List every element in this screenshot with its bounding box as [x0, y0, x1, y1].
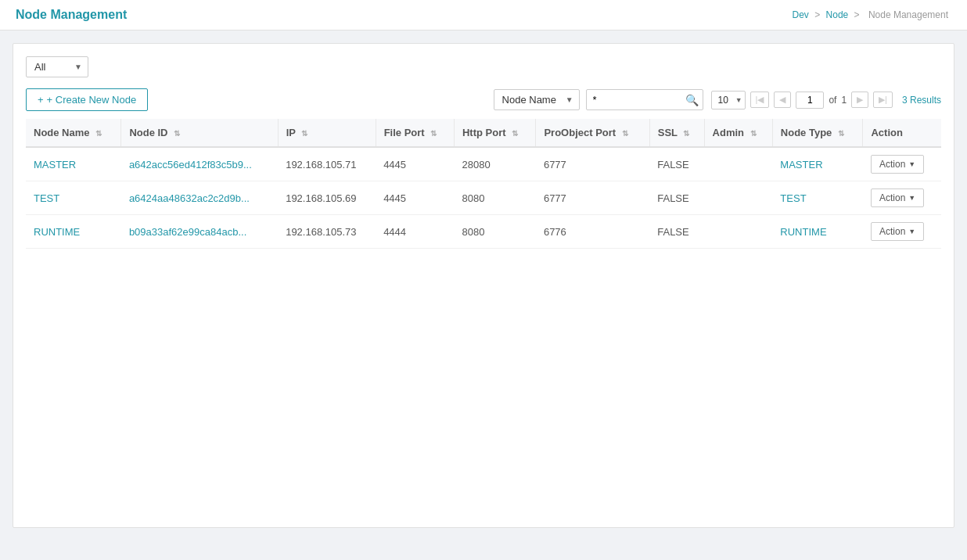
- last-page-button[interactable]: ▶|: [873, 92, 893, 108]
- action-arrow-icon: ▼: [908, 160, 915, 168]
- content-area: All ▼ + + Create New Node Node Name ▼: [13, 43, 954, 528]
- node-id-link[interactable]: b09a33af62e99ca84acb...: [129, 226, 246, 238]
- plus-icon: +: [38, 94, 44, 106]
- node-name-link[interactable]: TEST: [34, 192, 59, 204]
- top-bar: Node Management Dev > Node > Node Manage…: [0, 0, 967, 31]
- search-area: Node Name ▼ 🔍: [494, 89, 703, 110]
- action-button[interactable]: Action ▼: [871, 222, 924, 241]
- col-action: Action: [863, 119, 941, 147]
- action-arrow-icon: ▼: [908, 228, 915, 235]
- node-id-link[interactable]: a6424aa48632ac2c2d9b...: [129, 192, 250, 204]
- col-node-type[interactable]: Node Type ⇅: [772, 119, 863, 147]
- node-id-link[interactable]: a642acc56ed412f83c5b9...: [129, 159, 252, 171]
- sort-icon-http-port: ⇅: [512, 129, 518, 138]
- col-http-port[interactable]: Http Port ⇅: [454, 119, 535, 147]
- cell-fileport: 4445: [376, 181, 454, 215]
- sort-icon-admin: ⇅: [750, 129, 757, 138]
- table-header: Node Name ⇅ Node ID ⇅ IP ⇅ File Port ⇅ H…: [26, 119, 941, 147]
- total-pages: 1: [841, 95, 847, 106]
- node-name-link[interactable]: MASTER: [34, 159, 76, 171]
- cell-fileport: 4444: [376, 215, 454, 249]
- col-admin[interactable]: Admin ⇅: [704, 119, 772, 147]
- create-node-button[interactable]: + + Create New Node: [26, 88, 148, 111]
- cell-ip: 192.168.105.69: [278, 181, 376, 215]
- next-page-button[interactable]: ▶: [851, 92, 868, 108]
- per-page-select[interactable]: 10 25 50: [711, 91, 746, 109]
- prev-page-button[interactable]: ◀: [774, 92, 791, 108]
- sort-icon-node-id: ⇅: [174, 129, 180, 138]
- table-row: MASTERa642acc56ed412f83c5b9...192.168.10…: [26, 147, 941, 181]
- cell-ip: 192.168.105.73: [278, 215, 376, 249]
- col-ip[interactable]: IP ⇅: [278, 119, 376, 147]
- toolbar-row: + + Create New Node Node Name ▼ 🔍: [26, 88, 941, 111]
- breadcrumb: Dev > Node > Node Management: [793, 9, 951, 20]
- cell-proobjectport: 6777: [536, 147, 649, 181]
- action-arrow-icon: ▼: [908, 194, 915, 202]
- node-type-link[interactable]: TEST: [780, 192, 806, 204]
- node-type-link[interactable]: MASTER: [780, 159, 822, 171]
- breadcrumb-current: Node Management: [868, 9, 948, 20]
- col-proobject-port[interactable]: ProObject Port ⇅: [536, 119, 649, 147]
- cell-ssl: FALSE: [649, 181, 704, 215]
- col-node-name[interactable]: Node Name ⇅: [26, 119, 121, 147]
- node-type-link[interactable]: RUNTIME: [780, 226, 826, 238]
- cell-proobjectport: 6776: [536, 215, 649, 249]
- cell-httpport: 8080: [454, 215, 535, 249]
- sort-icon-file-port: ⇅: [430, 129, 437, 138]
- first-page-button[interactable]: |◀: [750, 92, 770, 108]
- cell-ip: 192.168.105.71: [278, 147, 376, 181]
- col-node-id[interactable]: Node ID ⇅: [121, 119, 278, 147]
- sort-icon-node-name: ⇅: [95, 129, 102, 138]
- filter-select[interactable]: All: [26, 56, 88, 77]
- search-field-select[interactable]: Node Name: [494, 89, 580, 110]
- table-row: TESTa6424aa48632ac2c2d9b...192.168.105.6…: [26, 181, 941, 215]
- cell-admin: [704, 181, 772, 215]
- col-file-port[interactable]: File Port ⇅: [376, 119, 454, 147]
- cell-ssl: FALSE: [649, 147, 704, 181]
- search-field-select-wrap: Node Name ▼: [494, 89, 580, 110]
- cell-ssl: FALSE: [649, 215, 704, 249]
- pagination-area: 10 25 50 ▼ |◀ ◀ of 1 ▶ ▶| 3 Results: [711, 91, 941, 109]
- results-count: 3 Results: [902, 95, 941, 106]
- breadcrumb-dev[interactable]: Dev: [793, 9, 809, 20]
- table-body: MASTERa642acc56ed412f83c5b9...192.168.10…: [26, 147, 941, 249]
- col-ssl[interactable]: SSL ⇅: [649, 119, 704, 147]
- sort-icon-ip: ⇅: [301, 129, 307, 138]
- cell-httpport: 8080: [454, 181, 535, 215]
- filter-select-wrap: All ▼: [26, 56, 88, 77]
- page-title: Node Management: [16, 8, 127, 22]
- page-number-input[interactable]: [796, 92, 824, 109]
- per-page-select-wrap: 10 25 50 ▼: [711, 91, 746, 109]
- search-button[interactable]: 🔍: [684, 92, 700, 108]
- action-button[interactable]: Action ▼: [871, 188, 924, 207]
- sort-icon-node-type: ⇅: [838, 129, 844, 138]
- nodes-table: Node Name ⇅ Node ID ⇅ IP ⇅ File Port ⇅ H…: [26, 119, 941, 249]
- page-of-label: of: [829, 95, 836, 106]
- cell-admin: [704, 215, 772, 249]
- cell-admin: [704, 147, 772, 181]
- action-button[interactable]: Action ▼: [871, 155, 924, 174]
- sort-icon-ssl: ⇅: [683, 129, 689, 138]
- node-name-link[interactable]: RUNTIME: [34, 226, 80, 238]
- breadcrumb-node[interactable]: Node: [826, 9, 849, 20]
- table-row: RUNTIMEb09a33af62e99ca84acb...192.168.10…: [26, 215, 941, 249]
- cell-proobjectport: 6777: [536, 181, 649, 215]
- search-input-wrap: 🔍: [586, 89, 703, 110]
- cell-fileport: 4445: [376, 147, 454, 181]
- filter-row: All ▼: [26, 56, 941, 77]
- cell-httpport: 28080: [454, 147, 535, 181]
- create-button-label: + Create New Node: [47, 94, 137, 106]
- sort-icon-proobject-port: ⇅: [622, 129, 628, 138]
